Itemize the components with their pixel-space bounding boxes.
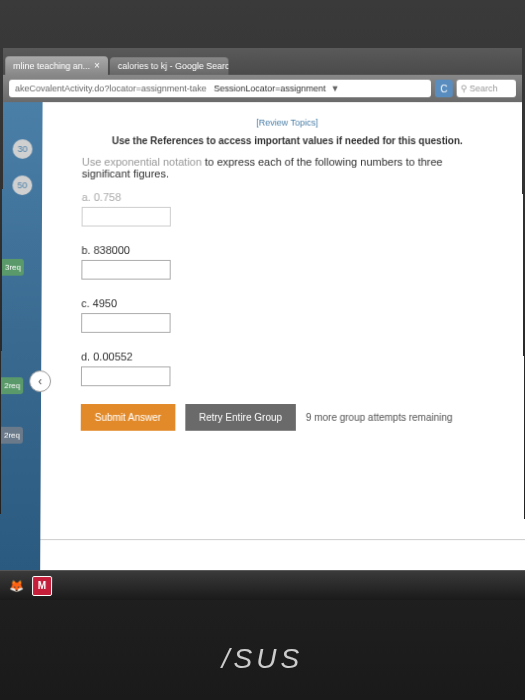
- question-part-d: d. 0.00552: [81, 351, 494, 387]
- part-b-label: b. 838000: [81, 244, 493, 256]
- browser-tab-1[interactable]: mline teaching an... ×: [5, 56, 108, 75]
- tab-label: calories to kj - Google Search: [118, 61, 229, 71]
- browser-tab-2[interactable]: calories to kj - Google Search: [110, 57, 229, 75]
- part-b-input[interactable]: [81, 260, 170, 280]
- browser-search-box[interactable]: ⚲ Search: [457, 80, 516, 98]
- address-bar: akeCovalentActivity.do?locator=assignmen…: [3, 75, 522, 102]
- tab-label: mline teaching an...: [13, 61, 90, 71]
- divider: [40, 539, 524, 540]
- reload-button[interactable]: C: [435, 80, 453, 98]
- firefox-icon[interactable]: 🦊: [4, 575, 28, 597]
- screen-area: mline teaching an... × calories to kj - …: [0, 48, 525, 600]
- url-text-prefix: akeCovalentActivity.do?locator=assignmen…: [15, 84, 206, 94]
- rail-badge-2[interactable]: 50: [12, 175, 32, 195]
- mcafee-icon[interactable]: M: [32, 576, 52, 596]
- left-nav-rail: 30 50 3req 2req 2req: [0, 102, 42, 570]
- rail-tag-2[interactable]: 2req: [1, 377, 23, 394]
- question-part-a: a. 0.758: [82, 191, 493, 226]
- button-row: Submit Answer Retry Entire Group 9 more …: [81, 404, 494, 431]
- part-d-label: d. 0.00552: [81, 351, 494, 363]
- part-a-input[interactable]: [82, 207, 171, 227]
- attempts-remaining-text: 9 more group attempts remaining: [306, 412, 453, 423]
- laptop-bezel: mline teaching an... × calories to kj - …: [0, 0, 525, 700]
- retry-group-button[interactable]: Retry Entire Group: [185, 404, 296, 431]
- os-taskbar: 🦊 M: [0, 570, 525, 600]
- browser-tab-strip: mline teaching an... × calories to kj - …: [3, 48, 522, 75]
- top-links: [Review Topics]: [82, 112, 492, 130]
- search-placeholder: Search: [469, 84, 497, 94]
- part-c-label: c. 4950: [81, 297, 493, 309]
- question-panel: [Review Topics] Use the References to ac…: [40, 102, 525, 570]
- part-d-input[interactable]: [81, 366, 171, 386]
- rail-tag-3[interactable]: 2req: [1, 427, 23, 444]
- chevron-left-icon: ‹: [38, 374, 42, 388]
- reload-icon: C: [440, 83, 447, 94]
- review-topics-link[interactable]: [Review Topics]: [256, 118, 318, 128]
- question-prompt: Use exponential notation to express each…: [82, 156, 493, 180]
- question-part-b: b. 838000: [81, 244, 493, 279]
- url-input[interactable]: akeCovalentActivity.do?locator=assignmen…: [9, 80, 431, 98]
- question-lead-faded: Use exponential notation: [82, 156, 202, 168]
- submit-answer-button[interactable]: Submit Answer: [81, 404, 175, 431]
- content-area: 30 50 3req 2req 2req ‹ [Review Topics] U…: [0, 102, 525, 570]
- laptop-brand-logo: /SUS: [222, 643, 303, 675]
- close-icon[interactable]: ×: [94, 60, 100, 71]
- prev-question-button[interactable]: ‹: [29, 370, 51, 392]
- part-a-label: a. 0.758: [82, 191, 493, 203]
- rail-badge-1[interactable]: 30: [13, 139, 33, 159]
- url-text-locator: SessionLocator=assignment: [214, 84, 326, 94]
- rail-tag-1[interactable]: 3req: [2, 259, 24, 276]
- part-c-input[interactable]: [81, 313, 170, 333]
- references-instruction: Use the References to access important v…: [82, 135, 493, 146]
- search-icon: ⚲: [461, 84, 468, 94]
- question-part-c: c. 4950: [81, 297, 493, 333]
